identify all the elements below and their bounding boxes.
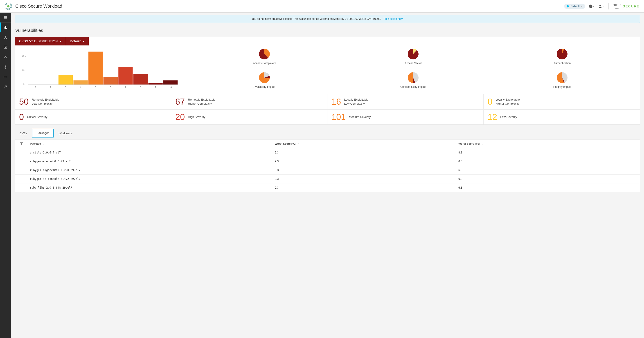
table-row[interactable]: ruby-libs-2.0.0.648-29.el7 9.3 6.3: [15, 184, 640, 192]
stat-value: 101: [332, 113, 346, 121]
bar-4[interactable]: [73, 80, 88, 84]
pie-integrity-impact[interactable]: Integrity Impact: [488, 71, 636, 88]
sidebar-toggle[interactable]: [0, 12, 11, 22]
svg-rect-23: [5, 46, 6, 48]
stat-card[interactable]: 101 Medium Severity: [328, 110, 484, 124]
svg-point-24: [4, 56, 6, 58]
nav-tools[interactable]: [0, 82, 11, 92]
sort-both-icon: [481, 142, 484, 145]
tab-workloads[interactable]: Workloads: [54, 129, 77, 138]
caret-down-icon: [60, 40, 62, 42]
svg-point-26: [5, 66, 6, 68]
user-menu[interactable]: ▾: [598, 3, 604, 10]
stat-card[interactable]: 0 Critical Severity: [15, 110, 171, 124]
app-title: Cisco Secure Workload: [15, 4, 62, 9]
stat-value: 12: [488, 113, 497, 121]
col-header-worst-v3[interactable]: Worst Score (V3): [456, 140, 640, 148]
scope-selector[interactable]: Default: [564, 4, 585, 9]
col-header-package[interactable]: Package: [28, 140, 272, 148]
stat-label: Locally ExploitableHigher Complexity: [496, 98, 520, 106]
pie-label: Authentication: [488, 62, 636, 65]
cell-worst-v2: 9.3: [272, 166, 456, 174]
stat-row-exploitability: 50 Remotely ExploitableLow Complexity 67…: [15, 94, 640, 109]
cisco-logo: cisco: [613, 3, 621, 10]
stat-value: 50: [19, 98, 28, 106]
stat-value: 0: [488, 98, 492, 106]
cell-worst-v3: 8.1: [456, 148, 640, 157]
distribution-metric-selector[interactable]: CVSS V2 DISTRIBUTION: [15, 37, 66, 46]
col-header-worst-v2[interactable]: Worst Score (V2): [272, 140, 456, 148]
nav-workloads[interactable]: [0, 42, 11, 52]
banner-text: You do not have an active license. The e…: [252, 17, 381, 20]
stat-value: 67: [175, 98, 185, 106]
svg-text:5: 5: [95, 86, 96, 89]
table-header: Package Worst Score (V2) Worst Score (V3…: [15, 140, 640, 148]
sort-desc-icon: [298, 142, 300, 145]
nav-monitor[interactable]: [0, 72, 11, 82]
stat-card[interactable]: 20 High Severity: [171, 110, 328, 124]
bar-10[interactable]: [163, 80, 178, 84]
table-row[interactable]: rubygem-rdoc-4.0.0-29.el7 9.3 6.3: [15, 157, 640, 166]
svg-text:?: ?: [590, 5, 591, 8]
pie-authentication[interactable]: Authentication: [488, 48, 636, 65]
svg-point-19: [5, 36, 6, 37]
tab-cves[interactable]: CVEs: [15, 129, 31, 138]
help-menu[interactable]: ? ▾: [588, 3, 594, 10]
bar-3[interactable]: [58, 75, 73, 84]
distribution-scope-selector[interactable]: Default: [66, 37, 89, 46]
stat-value: 20: [175, 113, 185, 121]
svg-text:8: 8: [140, 86, 141, 89]
factor-pie-charts: Access Complexity Access Vector Authenti…: [186, 48, 636, 90]
nav-dashboard[interactable]: [0, 22, 11, 32]
bar-8[interactable]: [134, 74, 148, 84]
svg-point-25: [6, 56, 7, 58]
tabs-row: CVEsPackagesWorkloads: [15, 129, 640, 138]
cell-worst-v3: 6.3: [456, 166, 640, 174]
license-banner: You do not have an active license. The e…: [15, 15, 640, 23]
nav-investigate[interactable]: [0, 52, 11, 62]
distribution-scope-label: Default: [70, 40, 81, 43]
stat-card[interactable]: 67 Remotely ExploitableHigher Complexity: [171, 94, 328, 109]
caret-down-icon: [82, 40, 84, 42]
pie-label: Confidentiality Impact: [339, 85, 488, 88]
stat-label: High Severity: [188, 115, 205, 119]
cell-package: ansible-1.9.6-7.el7: [28, 148, 272, 157]
banner-action-link[interactable]: Take action now.: [383, 17, 403, 20]
nav-topology[interactable]: [0, 32, 11, 42]
svg-text:40 –: 40 –: [22, 55, 26, 58]
left-sidebar: [0, 12, 11, 338]
pie-label: Availability Impact: [190, 85, 339, 88]
table-row[interactable]: ansible-1.9.6-7.el7 9.3 8.1: [15, 148, 640, 157]
svg-point-2: [7, 5, 10, 7]
cell-package: ruby-libs-2.0.0.648-29.el7: [28, 184, 272, 192]
caret-down-icon: [581, 6, 583, 7]
table-row[interactable]: rubygem-bigdecimal-1.2.0-29.el7 9.3 6.3: [15, 166, 640, 175]
svg-point-30: [6, 77, 6, 77]
stat-label: Critical Severity: [27, 115, 47, 119]
stat-card[interactable]: 0 Locally ExploitableHigher Complexity: [484, 94, 640, 109]
pie-label: Integrity Impact: [488, 85, 636, 88]
stat-card[interactable]: 50 Remotely ExploitableLow Complexity: [15, 94, 171, 109]
svg-text:9: 9: [155, 86, 156, 89]
tab-packages[interactable]: Packages: [32, 129, 54, 138]
bar-6[interactable]: [104, 77, 118, 84]
bar-7[interactable]: [118, 67, 132, 84]
bar-5[interactable]: [88, 52, 102, 84]
stat-card[interactable]: 16 Locally ExploitableLow Complexity: [328, 94, 484, 109]
pie-confidentiality-impact[interactable]: Confidentiality Impact: [339, 71, 488, 88]
page-title: Vulnerabilities: [15, 28, 640, 33]
cell-worst-v2: 9.3: [272, 184, 456, 192]
svg-text:10: 10: [169, 86, 172, 89]
stat-row-severity: 0 Critical Severity 20 High Severity 101…: [15, 109, 640, 124]
pie-access-complexity[interactable]: Access Complexity: [190, 48, 339, 65]
bar-9[interactable]: [148, 83, 162, 84]
table-filter-button[interactable]: [15, 142, 28, 146]
stat-card[interactable]: 12 Low Severity: [484, 110, 640, 124]
table-row[interactable]: rubygem-io-console-0.4.2-29.el7 9.3 6.3: [15, 175, 640, 184]
nav-settings[interactable]: [0, 62, 11, 72]
vuln-overview-panel: CVSS V2 DISTRIBUTION Default 0 –20 –40 –…: [15, 37, 640, 125]
pie-access-vector[interactable]: Access Vector: [339, 48, 488, 65]
stat-label: Low Severity: [500, 115, 517, 119]
sort-both-icon: [42, 142, 44, 145]
pie-availability-impact[interactable]: Availability Impact: [190, 71, 339, 88]
